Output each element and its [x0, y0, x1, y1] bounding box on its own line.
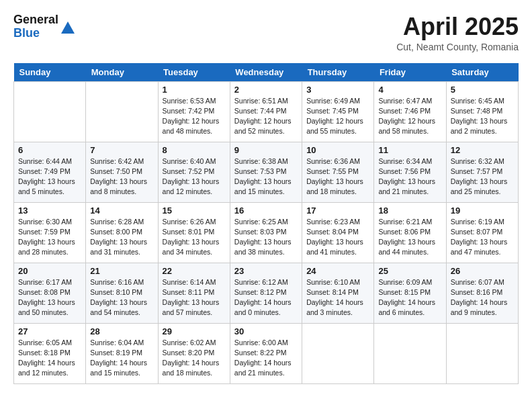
calendar-cell: 23Sunrise: 6:12 AM Sunset: 8:12 PM Dayli… — [230, 263, 302, 323]
day-number: 30 — [234, 326, 298, 336]
day-info: Sunrise: 6:34 AM Sunset: 7:56 PM Dayligh… — [378, 156, 441, 197]
calendar-day-header: Friday — [374, 63, 446, 82]
calendar-week-row: 20Sunrise: 6:17 AM Sunset: 8:08 PM Dayli… — [14, 263, 519, 323]
calendar-cell: 14Sunrise: 6:28 AM Sunset: 8:00 PM Dayli… — [86, 202, 158, 263]
day-info: Sunrise: 6:49 AM Sunset: 7:45 PM Dayligh… — [306, 96, 369, 137]
day-info: Sunrise: 6:10 AM Sunset: 8:14 PM Dayligh… — [306, 277, 369, 318]
day-info: Sunrise: 6:45 AM Sunset: 7:48 PM Dayligh… — [451, 96, 514, 137]
day-info: Sunrise: 6:30 AM Sunset: 7:59 PM Dayligh… — [18, 217, 81, 258]
day-info: Sunrise: 6:05 AM Sunset: 8:18 PM Dayligh… — [18, 338, 81, 379]
day-number: 16 — [234, 205, 298, 216]
page-header: General Blue April 2025 Cut, Neamt Count… — [13, 13, 519, 52]
day-number: 21 — [90, 266, 153, 276]
title-block: April 2025 Cut, Neamt County, Romania — [396, 13, 519, 52]
calendar-day-header: Tuesday — [158, 63, 230, 82]
day-number: 10 — [306, 145, 369, 155]
calendar-cell: 15Sunrise: 6:26 AM Sunset: 8:01 PM Dayli… — [158, 202, 230, 263]
day-info: Sunrise: 6:32 AM Sunset: 7:57 PM Dayligh… — [451, 156, 514, 197]
calendar-table: SundayMondayTuesdayWednesdayThursdayFrid… — [13, 63, 519, 384]
day-number: 7 — [90, 145, 153, 155]
calendar-week-row: 6Sunrise: 6:44 AM Sunset: 7:49 PM Daylig… — [14, 142, 519, 202]
day-number: 8 — [163, 145, 226, 155]
calendar-cell — [14, 81, 86, 142]
day-number: 5 — [451, 85, 514, 95]
day-info: Sunrise: 6:47 AM Sunset: 7:46 PM Dayligh… — [378, 96, 441, 137]
calendar-cell — [374, 323, 446, 383]
calendar-cell: 30Sunrise: 6:00 AM Sunset: 8:22 PM Dayli… — [230, 323, 302, 383]
calendar-cell: 11Sunrise: 6:34 AM Sunset: 7:56 PM Dayli… — [374, 142, 446, 202]
day-info: Sunrise: 6:38 AM Sunset: 7:53 PM Dayligh… — [234, 156, 298, 197]
day-info: Sunrise: 6:12 AM Sunset: 8:12 PM Dayligh… — [234, 277, 298, 318]
day-number: 6 — [18, 145, 81, 155]
day-number: 14 — [90, 205, 153, 216]
day-number: 28 — [90, 326, 153, 336]
day-number: 17 — [306, 205, 369, 216]
calendar-cell: 18Sunrise: 6:21 AM Sunset: 8:06 PM Dayli… — [374, 202, 446, 263]
calendar-cell: 12Sunrise: 6:32 AM Sunset: 7:57 PM Dayli… — [446, 142, 518, 202]
logo-text: General Blue — [13, 13, 58, 40]
calendar-day-header: Thursday — [302, 63, 374, 82]
calendar-cell: 1Sunrise: 6:53 AM Sunset: 7:42 PM Daylig… — [158, 81, 230, 142]
day-info: Sunrise: 6:28 AM Sunset: 8:00 PM Dayligh… — [90, 217, 153, 258]
calendar-day-header: Monday — [86, 63, 158, 82]
calendar-cell: 5Sunrise: 6:45 AM Sunset: 7:48 PM Daylig… — [446, 81, 518, 142]
day-info: Sunrise: 6:25 AM Sunset: 8:03 PM Dayligh… — [234, 217, 298, 258]
day-info: Sunrise: 6:21 AM Sunset: 8:06 PM Dayligh… — [378, 217, 441, 258]
calendar-cell: 2Sunrise: 6:51 AM Sunset: 7:44 PM Daylig… — [230, 81, 302, 142]
day-number: 19 — [451, 205, 514, 216]
day-number: 24 — [306, 266, 369, 276]
calendar-day-header: Saturday — [446, 63, 518, 82]
day-number: 12 — [451, 145, 514, 155]
calendar-week-row: 1Sunrise: 6:53 AM Sunset: 7:42 PM Daylig… — [14, 81, 519, 142]
calendar-cell: 17Sunrise: 6:23 AM Sunset: 8:04 PM Dayli… — [302, 202, 374, 263]
day-info: Sunrise: 6:02 AM Sunset: 8:20 PM Dayligh… — [163, 338, 226, 379]
calendar-day-header: Wednesday — [230, 63, 302, 82]
calendar-cell — [302, 323, 374, 383]
day-number: 13 — [18, 205, 81, 216]
day-info: Sunrise: 6:44 AM Sunset: 7:49 PM Dayligh… — [18, 156, 81, 197]
logo-triangle-icon — [61, 21, 75, 34]
calendar-cell — [446, 323, 518, 383]
calendar-cell: 4Sunrise: 6:47 AM Sunset: 7:46 PM Daylig… — [374, 81, 446, 142]
day-number: 2 — [234, 85, 298, 95]
day-info: Sunrise: 6:09 AM Sunset: 8:15 PM Dayligh… — [378, 277, 441, 318]
day-info: Sunrise: 6:53 AM Sunset: 7:42 PM Dayligh… — [163, 96, 226, 137]
logo: General Blue — [13, 13, 75, 40]
calendar-cell: 20Sunrise: 6:17 AM Sunset: 8:08 PM Dayli… — [14, 263, 86, 323]
day-info: Sunrise: 6:04 AM Sunset: 8:19 PM Dayligh… — [90, 338, 153, 379]
logo-blue: Blue — [13, 27, 58, 40]
day-info: Sunrise: 6:40 AM Sunset: 7:52 PM Dayligh… — [163, 156, 226, 197]
day-number: 3 — [306, 85, 369, 95]
day-number: 25 — [378, 266, 441, 276]
day-info: Sunrise: 6:14 AM Sunset: 8:11 PM Dayligh… — [163, 277, 226, 318]
calendar-cell: 27Sunrise: 6:05 AM Sunset: 8:18 PM Dayli… — [14, 323, 86, 383]
calendar-cell: 3Sunrise: 6:49 AM Sunset: 7:45 PM Daylig… — [302, 81, 374, 142]
day-number: 26 — [451, 266, 514, 276]
day-number: 20 — [18, 266, 81, 276]
calendar-cell: 13Sunrise: 6:30 AM Sunset: 7:59 PM Dayli… — [14, 202, 86, 263]
day-info: Sunrise: 6:51 AM Sunset: 7:44 PM Dayligh… — [234, 96, 298, 137]
calendar-cell: 24Sunrise: 6:10 AM Sunset: 8:14 PM Dayli… — [302, 263, 374, 323]
calendar-cell: 22Sunrise: 6:14 AM Sunset: 8:11 PM Dayli… — [158, 263, 230, 323]
calendar-cell: 25Sunrise: 6:09 AM Sunset: 8:15 PM Dayli… — [374, 263, 446, 323]
day-number: 1 — [163, 85, 226, 95]
day-info: Sunrise: 6:36 AM Sunset: 7:55 PM Dayligh… — [306, 156, 369, 197]
day-info: Sunrise: 6:23 AM Sunset: 8:04 PM Dayligh… — [306, 217, 369, 258]
calendar-cell: 28Sunrise: 6:04 AM Sunset: 8:19 PM Dayli… — [86, 323, 158, 383]
day-number: 29 — [163, 326, 226, 336]
calendar-cell: 8Sunrise: 6:40 AM Sunset: 7:52 PM Daylig… — [158, 142, 230, 202]
calendar-cell: 26Sunrise: 6:07 AM Sunset: 8:16 PM Dayli… — [446, 263, 518, 323]
day-info: Sunrise: 6:17 AM Sunset: 8:08 PM Dayligh… — [18, 277, 81, 318]
day-number: 22 — [163, 266, 226, 276]
logo-general: General — [13, 13, 58, 27]
day-number: 15 — [163, 205, 226, 216]
calendar-cell: 16Sunrise: 6:25 AM Sunset: 8:03 PM Dayli… — [230, 202, 302, 263]
day-number: 4 — [378, 85, 441, 95]
day-number: 11 — [378, 145, 441, 155]
day-info: Sunrise: 6:19 AM Sunset: 8:07 PM Dayligh… — [451, 217, 514, 258]
month-title: April 2025 — [396, 13, 519, 40]
calendar-cell: 7Sunrise: 6:42 AM Sunset: 7:50 PM Daylig… — [86, 142, 158, 202]
day-number: 9 — [234, 145, 298, 155]
calendar-cell: 9Sunrise: 6:38 AM Sunset: 7:53 PM Daylig… — [230, 142, 302, 202]
calendar-week-row: 27Sunrise: 6:05 AM Sunset: 8:18 PM Dayli… — [14, 323, 519, 383]
